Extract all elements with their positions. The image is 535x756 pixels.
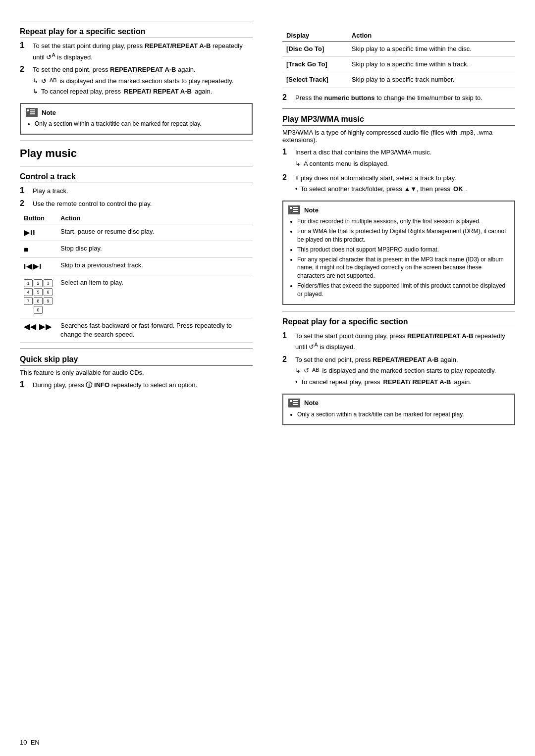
key-5: 5 [34,288,43,296]
key-9: 9 [44,297,53,305]
key-0: 0 [34,306,43,314]
mp3-note-item-5: Folders/files that exceed the supported … [297,282,509,299]
repeat-right-content-1: To set the start point during play, pres… [295,331,515,352]
mp3-content-2: If play does not automatically start, se… [295,173,515,196]
note-label: Note [42,109,56,116]
btn-skip: I◀▶I [20,258,56,275]
repeat-step-1: 1 To set the start point during play, pr… [20,41,253,62]
control-num-1: 1 [20,186,29,196]
btn-stop: ■ [20,241,56,258]
mp3-intro: MP3/WMA is a type of highly compressed a… [282,129,515,144]
mp3-step-2: 2 If play does not automatically start, … [282,173,515,196]
mp3-note-content: For disc recorded in multiple sessions, … [288,217,509,298]
repeat-right-num-2: 2 [282,355,291,389]
repeat-right-title: Repeat play for a specific section [282,317,515,328]
step-num-1: 1 [20,41,29,62]
note-icon [26,108,38,117]
repeat-step-2: 2 To set the end point, press REPEAT/REP… [20,65,253,98]
table-row: 1 2 3 4 5 6 7 8 9 0 Select an item to pl [20,275,253,318]
step-num-2: 2 [20,65,29,98]
action-disc-goto: Skip play to a specific time within the … [348,42,515,57]
arrow-item-2: To cancel repeat play, press REPEAT/ REP… [33,87,253,96]
mp3-note-icon [288,205,300,214]
mp3-bullet-1: To select another track/folder, press ▲▼… [295,185,515,194]
quick-skip-divider [20,349,253,349]
quick-skip-num-1: 1 [20,380,29,390]
repeat-right-arrow-1: ↺AB is displayed and the marked section … [295,366,515,375]
mp3-arrow-1: A contents menu is displayed. [295,159,515,168]
mp3-note: Note For disc recorded in multiple sessi… [282,201,515,304]
arrow-item-1: ↺AB is displayed and the marked section … [33,77,253,86]
table-row: ▶II Start, pause or resume disc play. [20,224,253,241]
table-row: ◀◀ ▶▶ Searches fast-backward or fast-for… [20,318,253,342]
left-column: Repeat play for a specific section 1 To … [20,15,258,741]
repeat-note-top: Note Only a section within a track/title… [20,103,253,135]
skip-step-2-num: 2 [282,93,291,103]
table-body: ▶II Start, pause or resume disc play. ■ … [20,224,253,343]
button-action-table: Button Action ▶II Start, pause or resume… [20,212,253,343]
action-track-goto: Skip play to a specific time within a tr… [348,57,515,72]
control-num-2: 2 [20,199,29,209]
skip-col-action: Action [348,30,515,42]
page-lang: EN [31,739,40,746]
btn-play-pause: ▶II [20,224,56,241]
mp3-note-header: Note [288,205,509,214]
control-track-title: Control a track [20,172,253,183]
repeat-play-title-top: Repeat play for a specific section [20,27,253,38]
mp3-num-2: 2 [282,173,291,196]
mp3-arrows: A contents menu is displayed. [295,159,515,168]
step-2-arrows: ↺AB is displayed and the marked section … [33,77,253,96]
page-number: 10 [20,739,27,746]
mp3-bullets: To select another track/folder, press ▲▼… [295,185,515,194]
skip-table-header: Display Action [282,30,515,42]
col-action: Action [56,212,253,224]
repeat-right-note-label: Note [304,399,319,406]
skip-step-2-content: Press the numeric buttons to change the … [295,93,515,103]
repeat-right-note-icon [288,399,300,407]
right-column: Display Action [Disc Go To] Skip play to… [277,15,515,741]
page-footer: 10 EN [20,739,40,746]
key-1: 1 [24,279,33,287]
action-skip: Skip to a previous/next track. [56,258,253,275]
mp3-title: Play MP3/WMA music [282,115,515,126]
play-music-title: Play music [20,147,253,160]
mp3-note-item-3: This product does not support MP3PRO aud… [297,246,509,254]
play-music-divider [20,141,253,141]
control-content-2: Use the remote control to control the pl… [33,199,253,209]
repeat-right-num-1: 1 [282,331,291,352]
btn-ffrew: ◀◀ ▶▶ [20,318,56,342]
top-divider [20,21,253,21]
btn-keypad: 1 2 3 4 5 6 7 8 9 0 [20,275,56,318]
repeat-right-bullet-1: To cancel repeat play, press REPEAT/ REP… [295,378,515,387]
key-7: 7 [24,297,33,305]
mp3-step-1: 1 Insert a disc that contains the MP3/WM… [282,148,515,170]
mp3-num-1: 1 [282,148,291,170]
action-select-track: Skip play to a specific track number. [348,72,515,88]
mp3-note-item-2: For a WMA file that is protected by Digi… [297,227,509,244]
repeat-right-note-header: Note [288,399,509,407]
step-2-content: To set the end point, press REPEAT/REPEA… [33,65,253,98]
display-select-track: [Select Track] [282,72,348,88]
table-row: ■ Stop disc play. [20,241,253,258]
control-step-2: 2 Use the remote control to control the … [20,199,253,209]
mp3-divider [282,108,515,109]
repeat-right-arrows: ↺AB is displayed and the marked section … [295,366,515,375]
key-8: 8 [34,297,43,305]
mp3-note-label: Note [304,206,319,214]
display-disc-goto: [Disc Go To] [282,42,348,57]
display-track-goto: [Track Go To] [282,57,348,72]
note-item: Only a section within a track/title can … [35,120,247,128]
quick-skip-content-1: During play, press ⓘ INFO repeatedly to … [33,380,253,390]
key-4: 4 [24,288,33,296]
key-3: 3 [44,279,53,287]
step-1-content: To set the start point during play, pres… [33,41,253,62]
skip-table: Display Action [Disc Go To] Skip play to… [282,30,515,88]
quick-skip-title: Quick skip play [20,355,253,366]
action-stop: Stop disc play. [56,241,253,258]
mp3-note-item-1: For disc recorded in multiple sessions, … [297,217,509,226]
repeat-right-note-item: Only a section within a track/title can … [297,410,509,419]
action-play-pause: Start, pause or resume disc play. [56,224,253,241]
skip-col-display: Display [282,30,348,42]
control-step-1: 1 Play a track. [20,186,253,196]
quick-skip-intro: This feature is only available for audio… [20,369,253,376]
